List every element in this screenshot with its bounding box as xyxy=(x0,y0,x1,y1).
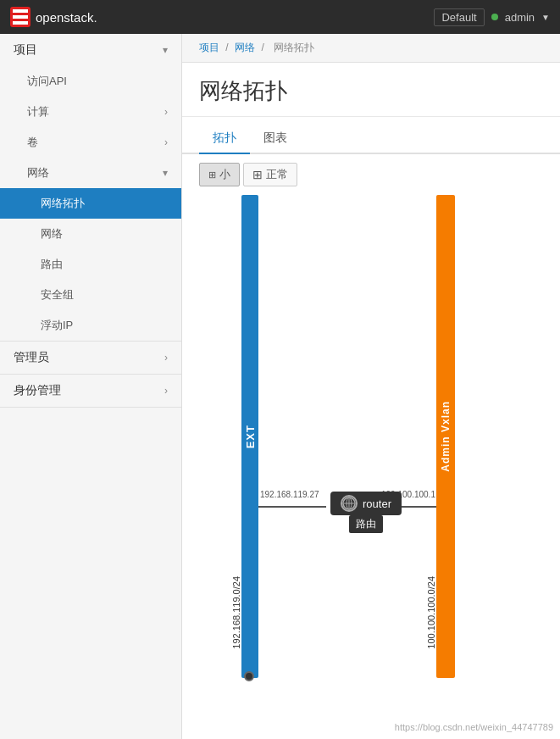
sidebar-label-network: 网络 xyxy=(27,165,49,181)
sidebar-section-project: 项目 ▾ 访问API 计算 › 卷 › 网络 ▾ 网络拓扑 网络 xyxy=(0,34,181,342)
breadcrumb-current: 网络拓扑 xyxy=(274,42,314,53)
router-label: router xyxy=(363,497,391,510)
layout: 项目 ▾ 访问API 计算 › 卷 › 网络 ▾ 网络拓扑 网络 xyxy=(0,34,560,739)
sidebar-section-identity: 身份管理 › xyxy=(0,375,181,408)
svg-rect-0 xyxy=(13,9,28,13)
logo[interactable]: openstack. xyxy=(10,7,97,27)
router-icon xyxy=(341,495,358,512)
ext-subnet-label: 192.168.119.0/24 xyxy=(231,576,241,649)
grid-icon-small: ⊞ xyxy=(208,169,216,181)
chevron-right-icon: › xyxy=(164,136,168,148)
user-status-dot xyxy=(491,14,498,20)
breadcrumb: 项目 / 网络 / 网络拓扑 xyxy=(182,34,560,63)
network-admin-bar[interactable]: Admin Vxlan xyxy=(436,195,455,678)
chevron-right-icon: › xyxy=(164,106,168,118)
breadcrumb-project[interactable]: 项目 xyxy=(199,42,219,53)
sidebar-item-admin[interactable]: 管理员 › xyxy=(0,342,181,374)
topbar-right: Default admin ▼ xyxy=(434,8,550,26)
tab-topology[interactable]: 拓扑 xyxy=(199,124,250,154)
sidebar-item-identity[interactable]: 身份管理 › xyxy=(0,375,181,407)
conn-line-left xyxy=(258,506,326,508)
size-normal-label: 正常 xyxy=(266,167,288,182)
breadcrumb-sep1: / xyxy=(225,42,228,53)
tabs: 拓扑 图表 xyxy=(182,124,560,154)
openstack-logo-icon xyxy=(10,7,30,27)
tab-graph[interactable]: 图表 xyxy=(250,124,301,154)
watermark: https://blog.csdn.net/weixin_44747789 xyxy=(395,722,553,732)
sidebar-label-router: 路由 xyxy=(41,258,63,270)
sidebar-item-network[interactable]: 网络 ▾ xyxy=(0,158,181,188)
ext-bottom-dot xyxy=(244,671,254,681)
sidebar-label-networks: 网络 xyxy=(41,227,63,240)
sidebar-label-identity: 身份管理 xyxy=(14,383,61,398)
sidebar-item-api[interactable]: 访问API xyxy=(0,66,181,97)
size-small-button[interactable]: ⊞ 小 xyxy=(199,163,240,186)
router-sublabel: 路由 xyxy=(349,515,383,533)
sidebar-label-compute: 计算 xyxy=(27,104,49,119)
sidebar-label-project: 项目 xyxy=(14,42,37,58)
sidebar-item-router[interactable]: 路由 xyxy=(0,249,181,280)
topbar: openstack. Default admin ▼ xyxy=(0,0,560,34)
env-label[interactable]: Default xyxy=(434,8,484,26)
sidebar-item-floating-ip[interactable]: 浮动IP xyxy=(0,310,181,341)
network-admin-label: Admin Vxlan xyxy=(440,401,452,472)
sidebar-item-project[interactable]: 项目 ▾ xyxy=(0,34,181,66)
sidebar-item-networks[interactable]: 网络 xyxy=(0,219,181,249)
breadcrumb-network[interactable]: 网络 xyxy=(235,42,255,53)
page-title: 网络拓扑 xyxy=(199,76,543,106)
network-ext-label: EXT xyxy=(244,425,257,448)
user-chevron: ▼ xyxy=(541,13,550,22)
main-content: 项目 / 网络 / 网络拓扑 网络拓扑 拓扑 图表 ⊞ 小 ⊞ 正常 xyxy=(182,34,560,739)
page-header: 网络拓扑 xyxy=(182,63,560,117)
sidebar-item-compute[interactable]: 计算 › xyxy=(0,97,181,127)
sidebar-label-volume: 卷 xyxy=(27,135,38,150)
topology-canvas: EXT Admin Vxlan 192.168.119.27 100.100.1… xyxy=(199,195,543,686)
sidebar-item-volume[interactable]: 卷 › xyxy=(0,127,181,158)
size-normal-button[interactable]: ⊞ 正常 xyxy=(243,163,297,186)
logo-text: openstack. xyxy=(36,10,97,25)
sidebar-item-security[interactable]: 安全组 xyxy=(0,280,181,310)
user-label[interactable]: admin xyxy=(505,11,535,24)
chevron-down-icon: ▾ xyxy=(163,167,168,179)
svg-rect-1 xyxy=(13,15,28,19)
chevron-down-icon: ▾ xyxy=(163,44,168,56)
svg-rect-2 xyxy=(13,21,28,25)
router-node[interactable]: router 路由 xyxy=(330,492,402,515)
toolbar: ⊞ 小 ⊞ 正常 xyxy=(182,154,560,195)
router-box: router xyxy=(330,492,402,515)
sidebar-label-api: 访问API xyxy=(27,74,67,89)
admin-subnet-label: 100.100.100.0/24 xyxy=(426,576,436,649)
network-ext-bar[interactable]: EXT xyxy=(241,195,258,678)
sidebar: 项目 ▾ 访问API 计算 › 卷 › 网络 ▾ 网络拓扑 网络 xyxy=(0,34,182,739)
sidebar-section-admin: 管理员 › xyxy=(0,342,181,375)
grid-icon-normal: ⊞ xyxy=(252,168,263,181)
chevron-right-icon: › xyxy=(164,385,168,397)
breadcrumb-sep2: / xyxy=(261,42,263,53)
size-small-label: 小 xyxy=(219,167,230,182)
chevron-right-icon: › xyxy=(164,352,168,364)
sidebar-label-admin: 管理员 xyxy=(14,350,49,365)
sidebar-label-security: 安全组 xyxy=(41,288,74,301)
sidebar-item-topology[interactable]: 网络拓扑 xyxy=(0,188,181,219)
sidebar-label-topology: 网络拓扑 xyxy=(41,197,85,209)
sidebar-label-floating-ip: 浮动IP xyxy=(41,319,73,331)
ip-ext-router: 192.168.119.27 xyxy=(260,490,319,499)
